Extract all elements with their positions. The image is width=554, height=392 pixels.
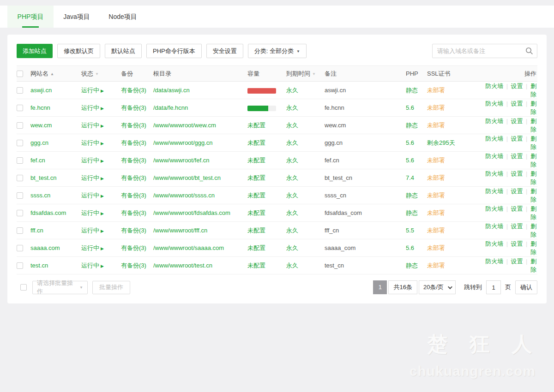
expire-link[interactable]: 永久 [286, 192, 298, 199]
php-version-link[interactable]: 静态 [406, 87, 418, 94]
root-dir-link[interactable]: /www/wwwroot/test.cn [153, 262, 212, 269]
batch-action-button[interactable]: 批量操作 [92, 281, 130, 294]
expire-link[interactable]: 永久 [286, 244, 298, 251]
row-checkbox[interactable] [17, 140, 23, 146]
sort-desc-icon[interactable]: ▼ [95, 72, 99, 76]
action-settings[interactable]: 设置 [511, 118, 523, 125]
action-settings[interactable]: 设置 [511, 258, 523, 265]
php-version-link[interactable]: 5.6 [406, 244, 414, 251]
site-name-link[interactable]: bt_test.cn [30, 174, 56, 181]
action-firewall[interactable]: 防火墙 [485, 100, 503, 107]
expire-link[interactable]: 永久 [286, 227, 298, 234]
site-note[interactable]: ggg.cn [325, 139, 343, 146]
root-dir-link[interactable]: /www/wwwroot/fff.cn [153, 227, 207, 234]
capacity-link[interactable]: 未配置 [247, 227, 265, 234]
site-status[interactable]: 运行中▶ [81, 157, 104, 164]
site-status[interactable]: 运行中▶ [81, 139, 104, 146]
select-all-checkbox[interactable] [17, 71, 23, 77]
action-firewall[interactable]: 防火墙 [485, 170, 503, 177]
header-status[interactable]: 状态▼ [81, 66, 121, 82]
search-input[interactable] [432, 44, 537, 58]
site-status[interactable]: 运行中▶ [81, 262, 104, 269]
tab-php[interactable]: PHP项目 [7, 6, 54, 28]
action-delete[interactable]: 删除 [530, 205, 536, 220]
site-note[interactable]: saaaa_com [325, 244, 355, 251]
capacity-bar[interactable] [247, 106, 276, 111]
expire-link[interactable]: 永久 [286, 139, 298, 146]
action-delete[interactable]: 删除 [530, 153, 536, 168]
site-name-link[interactable]: fe.hcnn [30, 104, 50, 111]
sort-asc-icon[interactable]: ▲ [50, 72, 54, 76]
backup-link[interactable]: 有备份(3) [121, 244, 146, 251]
capacity-link[interactable]: 未配置 [247, 139, 265, 146]
backup-link[interactable]: 有备份(3) [121, 87, 146, 94]
php-version-link[interactable]: 5.6 [406, 157, 414, 164]
action-settings[interactable]: 设置 [511, 135, 523, 142]
modify-default-page-button[interactable]: 修改默认页 [57, 44, 100, 58]
site-status[interactable]: 运行中▶ [81, 174, 104, 181]
capacity-link[interactable]: 未配置 [247, 174, 265, 181]
expire-link[interactable]: 永久 [286, 209, 298, 216]
action-delete[interactable]: 删除 [530, 83, 536, 98]
site-status[interactable]: 运行中▶ [81, 227, 104, 234]
ssl-status[interactable]: 未部署 [427, 104, 445, 111]
root-dir-link[interactable]: /www/wwwroot/bt_test.cn [153, 174, 221, 181]
confirm-jump-button[interactable]: 确认 [515, 280, 537, 294]
site-note[interactable]: ssss_cn [325, 192, 346, 199]
row-checkbox[interactable] [17, 262, 23, 269]
action-delete[interactable]: 删除 [530, 258, 536, 273]
site-name-link[interactable]: aswji.cn [30, 87, 52, 94]
backup-link[interactable]: 有备份(3) [121, 174, 146, 181]
category-filter-dropdown[interactable]: 分类: 全部分类▼ [248, 44, 307, 58]
site-status[interactable]: 运行中▶ [81, 87, 104, 94]
site-note[interactable]: fe.hcnn [325, 104, 344, 111]
header-site-name[interactable]: 网站名▲ [30, 66, 81, 82]
root-dir-link[interactable]: /www/wwwroot/ggg.cn [153, 139, 213, 146]
action-delete[interactable]: 删除 [530, 240, 536, 255]
php-version-link[interactable]: 5.5 [406, 227, 414, 234]
action-firewall[interactable]: 防火墙 [485, 188, 503, 195]
php-version-link[interactable]: 静态 [406, 209, 418, 216]
root-dir-link[interactable]: /www/wwwroot/fef.cn [153, 157, 209, 164]
security-settings-button[interactable]: 安全设置 [206, 44, 243, 58]
row-checkbox[interactable] [17, 105, 23, 111]
php-version-link[interactable]: 7.4 [406, 174, 414, 181]
tab-java[interactable]: Java项目 [54, 6, 100, 28]
php-version-link[interactable]: 静态 [406, 262, 418, 269]
ssl-status[interactable]: 未部署 [427, 209, 445, 216]
site-status[interactable]: 运行中▶ [81, 192, 104, 199]
site-note[interactable]: bt_test_cn [325, 174, 352, 181]
search-icon[interactable] [525, 47, 533, 57]
row-checkbox[interactable] [17, 210, 23, 216]
expire-link[interactable]: 永久 [286, 262, 298, 269]
root-dir-link[interactable]: /www/wwwroot/saaaa.com [153, 244, 224, 251]
capacity-link[interactable]: 未配置 [247, 157, 265, 164]
ssl-status[interactable]: 剩余295天 [427, 139, 455, 146]
site-name-link[interactable]: fdsafdas.com [30, 209, 66, 216]
expire-link[interactable]: 永久 [286, 174, 298, 181]
root-dir-link[interactable]: /www/wwwroot/ssss.cn [153, 192, 215, 199]
action-delete[interactable]: 删除 [530, 135, 536, 150]
header-expire[interactable]: 到期时间▼ [286, 66, 325, 82]
php-version-link[interactable]: 5.6 [406, 139, 414, 146]
sort-desc-icon[interactable]: ▼ [312, 72, 316, 76]
action-firewall[interactable]: 防火墙 [485, 205, 503, 212]
site-name-link[interactable]: test.cn [30, 262, 48, 269]
ssl-status[interactable]: 未部署 [427, 157, 445, 164]
action-delete[interactable]: 删除 [530, 223, 536, 238]
site-note[interactable]: fff_cn [325, 227, 339, 234]
row-checkbox[interactable] [17, 192, 23, 199]
page-size-select[interactable]: 20条/页 [419, 280, 456, 294]
backup-link[interactable]: 有备份(3) [121, 262, 146, 269]
backup-link[interactable]: 有备份(3) [121, 104, 146, 111]
capacity-link[interactable]: 未配置 [247, 262, 265, 269]
action-firewall[interactable]: 防火墙 [485, 118, 503, 125]
site-note[interactable]: aswji.cn [325, 87, 346, 94]
action-firewall[interactable]: 防火墙 [485, 135, 503, 142]
backup-link[interactable]: 有备份(3) [121, 139, 146, 146]
site-name-link[interactable]: fff.cn [30, 227, 43, 234]
site-note[interactable]: test_cn [325, 262, 344, 269]
action-settings[interactable]: 设置 [511, 205, 523, 212]
row-checkbox[interactable] [17, 175, 23, 181]
add-site-button[interactable]: 添加站点 [17, 44, 53, 58]
